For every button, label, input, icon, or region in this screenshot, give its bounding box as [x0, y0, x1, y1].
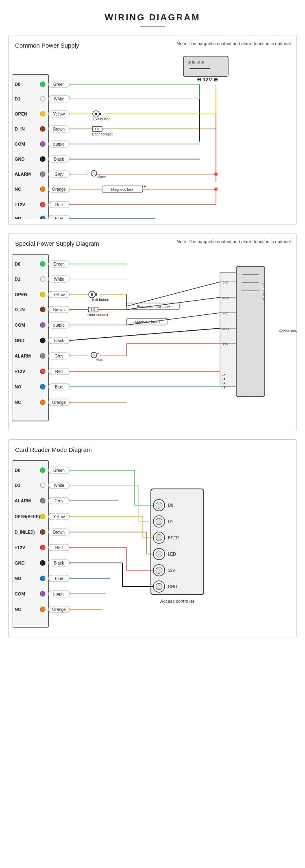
svg-text:12V: 12V	[222, 342, 229, 346]
svg-point-196	[156, 567, 162, 574]
diagram1-svg: ⊞ ⊞ ⊞ ⊞ ▬▬▬▬▬ ⊖ 12V ⊕ D0 Green D1 W	[13, 52, 297, 219]
svg-point-176	[40, 384, 45, 389]
svg-text:Yellow: Yellow	[53, 112, 65, 116]
svg-point-30	[40, 126, 45, 131]
svg-text:D_IN: D_IN	[15, 307, 25, 312]
svg-point-127	[91, 293, 93, 296]
svg-text:COM: COM	[15, 142, 25, 146]
svg-text:Orange: Orange	[52, 400, 66, 405]
svg-text:GND: GND	[15, 338, 25, 343]
svg-text:NC: NC	[15, 187, 21, 192]
diagram3-title: Card Reader Mode Diagram	[13, 445, 94, 454]
svg-text:Grey: Grey	[54, 172, 63, 177]
svg-point-221	[40, 498, 45, 503]
svg-point-19	[40, 111, 45, 116]
svg-point-46	[40, 157, 45, 161]
diagram1-section: Common Power Supply Note: The magnetic c…	[8, 35, 297, 225]
diagram2-section: Special Power Supply Diagram Note: The m…	[8, 233, 297, 431]
svg-text:Yellow: Yellow	[53, 292, 65, 297]
svg-text:-Electric control lock+: -Electric control lock+	[135, 305, 170, 309]
svg-point-171	[40, 369, 45, 374]
svg-text:Green: Green	[53, 82, 65, 87]
svg-text:purple: purple	[53, 323, 65, 327]
svg-text:-: -	[86, 170, 87, 174]
svg-text:Door contact: Door contact	[87, 313, 109, 317]
svg-point-64	[40, 187, 45, 192]
svg-point-188	[156, 502, 162, 508]
svg-text:NC: NC	[15, 607, 21, 612]
svg-text:OPEN: OPEN	[15, 111, 27, 116]
svg-text:D0: D0	[15, 82, 20, 87]
svg-text:Black: Black	[54, 338, 64, 343]
svg-text:OPEN: OPEN	[15, 292, 27, 297]
svg-point-133	[40, 307, 45, 312]
svg-line-164	[93, 353, 95, 357]
svg-text:D1: D1	[168, 519, 173, 524]
svg-text:Black: Black	[54, 561, 64, 565]
svg-text:Alarm: Alarm	[97, 175, 107, 179]
svg-text:White: White	[54, 277, 64, 281]
svg-text:ALARM: ALARM	[15, 353, 31, 358]
svg-text:Orange: Orange	[52, 187, 66, 192]
svg-text:Magnetic lock: Magnetic lock	[111, 188, 134, 192]
svg-text:+12V: +12V	[15, 202, 26, 207]
svg-text:NO: NO	[223, 281, 228, 284]
svg-point-190	[156, 518, 162, 525]
svg-text:Grey: Grey	[54, 499, 63, 503]
svg-point-254	[40, 576, 45, 581]
svg-text:LED: LED	[168, 552, 176, 556]
svg-text:D_IN(LED): D_IN(LED)	[15, 530, 35, 534]
svg-text:Brown: Brown	[53, 127, 65, 131]
svg-point-233	[40, 530, 45, 534]
svg-text:GND: GND	[222, 327, 229, 331]
diagram2-title: Special Power Supply Diagram	[13, 239, 102, 248]
svg-text:Special power supply: Special power supply	[279, 329, 297, 334]
svg-point-240	[40, 545, 45, 550]
svg-point-259	[40, 591, 45, 596]
svg-text:+: +	[97, 351, 99, 356]
svg-point-247	[40, 560, 45, 565]
svg-line-156	[70, 328, 220, 340]
svg-text:+: +	[144, 184, 146, 189]
svg-text:D0: D0	[168, 503, 173, 508]
svg-text:Alarm: Alarm	[96, 358, 106, 362]
svg-text:D1: D1	[15, 96, 20, 101]
svg-text:COM: COM	[222, 296, 229, 300]
svg-text:White: White	[54, 483, 64, 488]
svg-text:purple: purple	[53, 592, 65, 596]
diagram3-svg: D0 D1 BEEP LED 12V GND Access controller…	[13, 456, 297, 631]
svg-point-194	[156, 551, 162, 557]
svg-point-192	[156, 534, 162, 541]
svg-line-58	[93, 172, 95, 175]
svg-text:Orange: Orange	[52, 607, 66, 612]
svg-text:⊞ ⊞ ⊞ ⊞: ⊞ ⊞ ⊞ ⊞	[187, 60, 204, 64]
svg-text:OPEN(BEEP): OPEN(BEEP)	[15, 515, 40, 519]
svg-point-14	[40, 96, 45, 101]
svg-text:ALARM: ALARM	[15, 172, 31, 177]
svg-point-158	[40, 353, 45, 358]
diagram1-title: Common Power Supply	[13, 41, 82, 50]
svg-point-207	[40, 468, 45, 473]
svg-text:Grey: Grey	[54, 354, 63, 358]
svg-point-214	[40, 483, 45, 488]
svg-text:-: -	[86, 351, 87, 356]
diagram2-svg: Special power supply DC12V/3A NO COM NC …	[13, 250, 297, 425]
svg-text:D0: D0	[15, 468, 20, 473]
svg-text:P: P	[222, 373, 225, 377]
svg-text:Door contact: Door contact	[92, 132, 113, 136]
svg-text:Access controller: Access controller	[160, 599, 194, 604]
svg-point-264	[40, 607, 45, 612]
svg-text:Black: Black	[54, 157, 64, 161]
svg-text:Red: Red	[55, 545, 63, 550]
svg-text:+12V: +12V	[15, 545, 26, 550]
svg-text:COM: COM	[15, 323, 25, 327]
svg-text:ALARM: ALARM	[15, 498, 31, 503]
svg-point-117	[40, 277, 45, 281]
svg-text:Exit button: Exit button	[93, 117, 111, 121]
svg-point-75	[40, 202, 45, 207]
svg-point-181	[40, 400, 45, 405]
svg-text:Brown: Brown	[53, 308, 65, 312]
svg-text:GND: GND	[168, 584, 177, 589]
svg-point-147	[40, 323, 45, 327]
title-divider	[140, 26, 165, 27]
